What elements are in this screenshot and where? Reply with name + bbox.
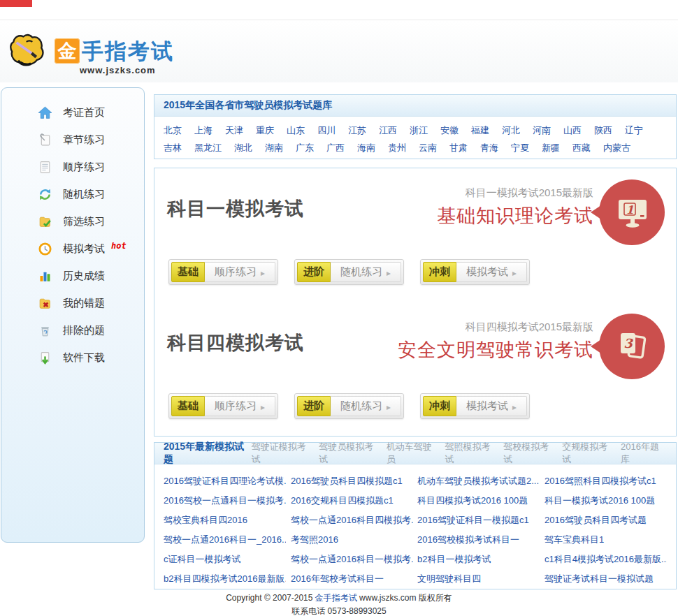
exam-link[interactable]: 驾校一点通2016科目一模拟考... (291, 550, 413, 569)
exam-link[interactable]: 驾驶证考试科目一模拟试题 (544, 569, 667, 589)
province-link[interactable]: 山东 (287, 122, 305, 139)
exam-button[interactable]: 基础 顺序练习 (168, 393, 278, 419)
province-link[interactable]: 贵州 (388, 140, 406, 156)
exam-link[interactable]: 驾校一点通2016科目四模拟考... (291, 511, 413, 530)
svg-text:1: 1 (626, 203, 633, 217)
page-footer: Copyright © 2007-2015 金手指考试 www.jszks.co… (0, 592, 678, 616)
exam-button[interactable]: 冲刺 模拟考试 (420, 259, 530, 285)
keyword-tag[interactable]: 交规模拟考试 (562, 441, 615, 466)
arrow-right-icon (261, 400, 265, 412)
exam-button[interactable]: 基础 顺序练习 (168, 259, 278, 285)
province-link[interactable]: 宁夏 (511, 140, 529, 156)
exam-link[interactable]: 2016驾校模拟考试科目一 (417, 530, 540, 550)
sidebar-item[interactable]: 排除的题 (1, 317, 144, 344)
province-link[interactable]: 湖北 (234, 140, 252, 156)
logo-site-url: www.jszks.com (80, 65, 156, 75)
shuffle-arrows-icon (38, 187, 52, 202)
province-panel-header: 2015年全国各省市驾驶员模拟考试题库 (154, 95, 676, 117)
province-link[interactable]: 北京 (164, 122, 182, 139)
province-link[interactable]: 黑龙江 (194, 140, 222, 156)
province-link[interactable]: 云南 (419, 140, 437, 156)
exam-link[interactable]: 2016驾校一点通科目一模拟考... (164, 491, 286, 511)
exam-button[interactable]: 进阶 随机练习 (294, 393, 404, 419)
province-link[interactable]: 海南 (357, 140, 375, 156)
sidebar-item[interactable]: 顺序练习 (1, 154, 144, 181)
province-link[interactable]: 山西 (563, 122, 582, 139)
province-link[interactable]: 吉林 (164, 140, 182, 156)
sidebar-item[interactable]: 我的错题 (1, 290, 144, 317)
folder-error-icon (38, 296, 52, 311)
exam-button-label: 随机练习 (340, 399, 382, 413)
exam-link[interactable]: 文明驾驶科目四 (417, 569, 540, 589)
province-link[interactable]: 甘肃 (449, 140, 468, 156)
exam-link[interactable]: 驾校一点通2016科目一_2016... (164, 530, 286, 550)
province-link[interactable]: 天津 (225, 122, 243, 139)
logo-text: 手指考试 (82, 37, 174, 66)
province-link[interactable]: 广西 (326, 140, 345, 156)
province-link[interactable]: 安徽 (440, 122, 459, 139)
keyword-tag[interactable]: 2016年题库 (621, 441, 667, 466)
exam-link[interactable]: 2016驾驶证科目一模拟题c1 (417, 511, 540, 530)
exam-link[interactable]: 2016驾驶员科目四考试题 (544, 511, 667, 530)
sidebar-item[interactable]: 历史成绩 (1, 263, 144, 290)
bar-chart-icon (38, 269, 52, 284)
province-link[interactable]: 江苏 (348, 122, 366, 139)
sidebar-item[interactable]: 章节练习 (1, 126, 144, 154)
province-link[interactable]: 上海 (194, 122, 212, 139)
site-logo[interactable]: 金 手指考试 www.jszks.com (7, 33, 174, 71)
exam-link[interactable]: 2016驾照科目四模拟考试c1 (544, 471, 667, 491)
exam-link[interactable]: 驾车宝典科目1 (544, 530, 667, 550)
exam-link[interactable]: 科目一模拟考试2016 100题 (544, 491, 667, 511)
sidebar-item[interactable]: 软件下载 (1, 344, 144, 372)
footer-brand-link[interactable]: 金手指考试 (315, 593, 357, 603)
keyword-tag[interactable]: 机动车驾驶员 (387, 441, 440, 466)
sidebar-item[interactable]: 考证首页 (1, 99, 144, 126)
keyword-tag[interactable]: 驾驶证模拟考试 (252, 441, 313, 466)
sidebar-item[interactable]: 随机练习 (1, 181, 144, 208)
exam-link[interactable]: 2016交规科目四模拟题c1 (291, 491, 413, 511)
latest-links-panel: 2015年最新模拟试题 驾驶证模拟考试驾驶员模拟考试机动车驾驶员驾照模拟考试驾校… (154, 442, 677, 589)
exam-link[interactable]: 机动车驾驶员模拟考试试题2... (417, 471, 540, 491)
province-link[interactable]: 陕西 (594, 122, 612, 139)
badge-1: 1 (599, 179, 665, 245)
exam-link[interactable]: 驾校宝典科目四2016 (164, 511, 286, 530)
province-link[interactable]: 河北 (502, 122, 520, 139)
keyword-tag[interactable]: 驾校模拟考试 (503, 441, 556, 466)
province-link[interactable]: 西藏 (572, 140, 591, 156)
province-link[interactable]: 内蒙古 (603, 140, 630, 156)
exam-link[interactable]: b2科目一模拟考试 (417, 550, 540, 569)
exam-link[interactable]: c证科目一模拟考试 (164, 550, 286, 569)
exam-link[interactable]: b2科目四模拟考试2016最新版... (164, 569, 286, 589)
province-link[interactable]: 福建 (471, 122, 489, 139)
province-link[interactable]: 新疆 (542, 140, 560, 156)
sidebar-item[interactable]: 筛选练习 (1, 208, 144, 235)
section-subtitle: 安全文明驾驶常识考试 (398, 337, 593, 362)
keyword-tag[interactable]: 驾驶员模拟考试 (319, 441, 380, 466)
province-link[interactable]: 辽宁 (625, 122, 643, 139)
exam-link[interactable]: c1科目4模拟考试2016最新版... (544, 550, 667, 569)
exam-link[interactable]: 2016年驾校考试科目一 (291, 569, 413, 589)
exam-button[interactable]: 冲刺 模拟考试 (420, 393, 530, 419)
exam-link[interactable]: 2016驾驶证科目四理论考试模... (164, 471, 286, 491)
province-link[interactable]: 湖南 (265, 140, 283, 156)
links-panel-title: 2015年最新模拟试题 (164, 441, 252, 466)
pages-icon: 3 (611, 325, 653, 367)
province-link[interactable]: 浙江 (410, 122, 428, 139)
province-link[interactable]: 河南 (533, 122, 551, 139)
exam-button-label: 模拟考试 (466, 399, 508, 413)
logo-jin-box: 金 (55, 38, 80, 64)
badge-3: 3 (599, 314, 665, 379)
province-link[interactable]: 重庆 (256, 122, 274, 139)
exam-link[interactable]: 科目四模拟考试2016 100题 (417, 491, 540, 511)
sidebar-item[interactable]: 模拟考试 hot (1, 235, 144, 263)
province-link[interactable]: 四川 (317, 122, 336, 139)
exam-link[interactable]: 考驾照2016 (291, 530, 413, 550)
exam-link[interactable]: 2016驾驶员科目四模拟题c1 (291, 471, 413, 491)
province-link[interactable]: 广东 (296, 140, 314, 156)
province-link[interactable]: 江西 (379, 122, 397, 139)
section-subtitle: 基础知识理论考试 (437, 203, 593, 228)
keyword-tag[interactable]: 驾照模拟考试 (445, 441, 498, 466)
province-link[interactable]: 青海 (480, 140, 498, 156)
sidebar-nav: 考证首页 章节练习 顺序练习 随机练习 (1, 87, 145, 543)
exam-button[interactable]: 进阶 随机练习 (294, 259, 404, 285)
